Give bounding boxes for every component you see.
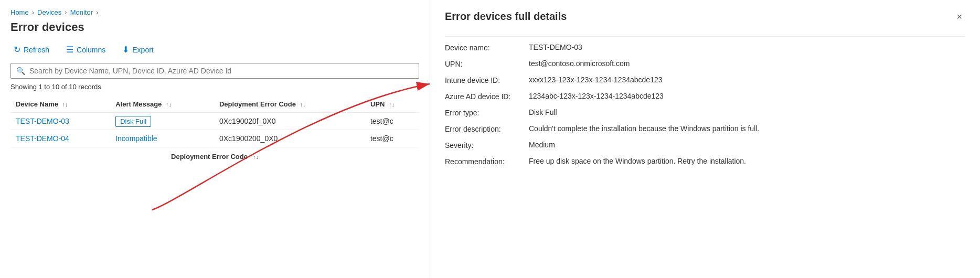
table-header: Device Name ↑↓ Alert Message ↑↓ Deployme… [10,96,419,113]
detail-value-4: Disk Full [529,108,965,117]
detail-value-5: Couldn't complete the installation becau… [529,124,965,133]
refresh-icon: ↻ [14,45,20,55]
search-bar: 🔍 [10,63,419,79]
columns-label: Columns [77,46,105,54]
columns-icon: ☰ [66,45,73,55]
cell-device-name: TEST-DEMO-03 [10,113,110,130]
table-row: TEST-DEMO-04Incompatible0Xc1900200_0X0te… [10,130,419,147]
cell-deployment-error-code: 0Xc1900200_0X0 [214,130,365,147]
detail-label-3: Azure AD device ID: [445,92,529,101]
detail-grid: Device name:TEST-DEMO-03UPN:test@contoso… [445,43,965,166]
detail-label-5: Error description: [445,124,529,133]
detail-label-0: Device name: [445,43,529,52]
left-panel: Home › Devices › Monitor › Error devices… [0,0,430,278]
detail-label-7: Recommendation: [445,157,529,166]
breadcrumb-sep-2: › [65,8,67,16]
close-button[interactable]: × [953,10,965,24]
detail-value-7: Free up disk space on the Windows partit… [529,157,965,166]
search-icon: 🔍 [16,67,25,75]
cell-upn: test@c [365,130,419,147]
detail-label-2: Intune device ID: [445,76,529,84]
detail-value-3: 1234abc-123x-123x-1234-1234abcde123 [529,92,965,101]
export-label: Export [132,46,153,54]
table-body: TEST-DEMO-03Disk Full0Xc190020f_0X0test@… [10,113,419,147]
footer-sort-label: Deployment Error Code [171,153,248,161]
panel-title: Error devices full details [445,10,567,23]
detail-value-2: xxxx123-123x-123x-1234-1234abcde123 [529,76,965,84]
cell-device-name: TEST-DEMO-04 [10,130,110,147]
page-title: Error devices [10,20,419,34]
cell-alert-message: Incompatible [110,130,214,147]
sort-deployment-error-code-icon: ↑↓ [300,101,306,108]
search-input[interactable] [29,67,413,75]
device-link-1[interactable]: TEST-DEMO-04 [16,134,69,143]
col-deployment-error-code[interactable]: Deployment Error Code ↑↓ [214,96,365,113]
breadcrumb-monitor[interactable]: Monitor [70,8,93,16]
records-info: Showing 1 to 10 of 10 records [10,83,419,91]
export-icon: ⬇ [122,45,129,55]
refresh-button[interactable]: ↻ Refresh [10,42,52,57]
cell-deployment-error-code: 0Xc190020f_0X0 [214,113,365,130]
toolbar: ↻ Refresh ☰ Columns ⬇ Export [10,42,419,57]
right-panel: Error devices full details × Device name… [430,0,980,278]
data-table: Device Name ↑↓ Alert Message ↑↓ Deployme… [10,96,419,147]
detail-label-6: Severity: [445,141,529,149]
detail-label-4: Error type: [445,108,529,117]
detail-value-1: test@contoso.onmicrosoft.com [529,59,965,68]
breadcrumb-sep-1: › [32,8,34,16]
detail-value-6: Medium [529,141,965,149]
table-row: TEST-DEMO-03Disk Full0Xc190020f_0X0test@… [10,113,419,130]
breadcrumb: Home › Devices › Monitor › [10,8,419,16]
cell-upn: test@c [365,113,419,130]
breadcrumb-sep-3: › [96,8,98,16]
footer-sort-icon: ↑↓ [253,154,259,160]
export-button[interactable]: ⬇ Export [119,42,156,57]
col-device-name[interactable]: Device Name ↑↓ [10,96,110,113]
panel-header: Error devices full details × [445,10,965,24]
panel-divider [445,36,965,37]
alert-plain: Incompatible [115,134,157,143]
sort-upn-icon: ↑↓ [389,101,395,108]
device-link-0[interactable]: TEST-DEMO-03 [16,117,69,125]
alert-boxed[interactable]: Disk Full [115,116,151,127]
col-alert-message[interactable]: Alert Message ↑↓ [110,96,214,113]
refresh-label: Refresh [24,46,49,54]
footer-sort[interactable]: Deployment Error Code ↑↓ [10,153,419,161]
sort-alert-message-icon: ↑↓ [166,101,172,108]
detail-value-0: TEST-DEMO-03 [529,43,965,52]
sort-device-name-icon: ↑↓ [62,101,68,108]
cell-alert-message: Disk Full [110,113,214,130]
columns-button[interactable]: ☰ Columns [63,42,109,57]
breadcrumb-home[interactable]: Home [10,8,29,16]
col-upn[interactable]: UPN ↑↓ [365,96,419,113]
breadcrumb-devices[interactable]: Devices [37,8,61,16]
detail-label-1: UPN: [445,59,529,68]
